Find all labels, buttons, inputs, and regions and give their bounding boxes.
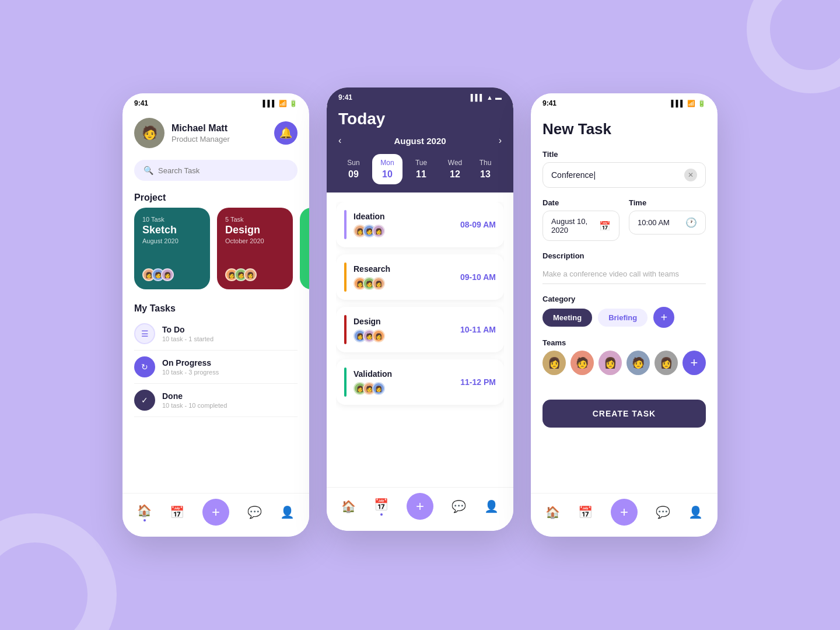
validation-name: Validation [354, 369, 460, 379]
search-bar[interactable]: 🔍 [134, 160, 298, 181]
task-done[interactable]: ✓ Done 10 task - 10 completed [134, 384, 298, 417]
schedule-research[interactable]: Research 👩 🧑 👩 09-10 AM [336, 254, 504, 300]
task-todo[interactable]: ☰ To Do 10 task - 1 started [134, 317, 298, 351]
status-icons-3: ▌▌▌ 📶 🔋 [671, 100, 706, 107]
bottom-nav-2: 🏠 📅 + 💬 👤 [327, 487, 513, 531]
nav-profile-3[interactable]: 👤 [688, 505, 703, 519]
day-wed[interactable]: Wed 12 [440, 154, 470, 184]
design-task-count: 5 Task [225, 216, 285, 223]
team-avatar-3[interactable]: 👩 [598, 351, 622, 375]
nav-chat-3[interactable]: 💬 [656, 505, 670, 519]
day-num-mon: 10 [382, 169, 393, 180]
nav-home-2[interactable]: 🏠 [341, 499, 356, 513]
teams-group: Teams 👩 🧑 👩 🧑 👩 + [542, 338, 706, 375]
day-num-thu: 13 [480, 169, 491, 180]
day-sun[interactable]: Sun 09 [338, 154, 369, 184]
project-design[interactable]: 5 Task Design October 2020 👩 🧑 👩 [217, 208, 293, 289]
nav-chat-1[interactable]: 💬 [247, 505, 262, 519]
chip-meeting[interactable]: Meeting [542, 309, 592, 327]
my-tasks-section: My Tasks ☰ To Do 10 task - 1 started ↻ O… [123, 289, 309, 417]
research-bar [344, 262, 346, 292]
category-group: Category Meeting Briefing + [542, 295, 706, 328]
title-clear-button[interactable]: ✕ [684, 169, 697, 181]
clock-icon: 🕐 [685, 217, 697, 228]
battery-icon-2: ▬ [495, 94, 502, 101]
project-other[interactable] [300, 208, 309, 289]
calendar-icon-1: 📅 [170, 505, 184, 519]
nav-add-2[interactable]: + [407, 493, 433, 520]
time-group: Time 10:00 AM 🕐 [629, 198, 706, 241]
category-label: Category [542, 295, 706, 303]
day-num-tue: 11 [416, 169, 426, 180]
date-input[interactable]: August 10, 2020 📅 [542, 211, 620, 241]
signal-icon-2: ▌▌▌ [471, 94, 484, 101]
day-num-wed: 12 [450, 169, 460, 180]
user-role: Product Manager [172, 135, 274, 144]
nav-add-1[interactable]: + [202, 499, 229, 526]
add-category-button[interactable]: + [653, 307, 674, 328]
prev-month-button[interactable]: ‹ [338, 135, 341, 146]
team-avatar-2[interactable]: 🧑 [570, 351, 594, 375]
team-avatar-4[interactable]: 🧑 [626, 351, 650, 375]
nav-calendar-1[interactable]: 📅 [170, 505, 184, 519]
nav-profile-1[interactable]: 👤 [280, 505, 295, 519]
notification-bell-button[interactable]: 🔔 [274, 121, 298, 145]
title-group: Title Conference| ✕ [542, 150, 706, 188]
task-progress[interactable]: ↻ On Progress 10 task - 3 progress [134, 351, 298, 384]
nav-home-3[interactable]: 🏠 [545, 505, 560, 519]
research-avatar-3: 👩 [372, 277, 385, 290]
bg-circle-bl [0, 513, 117, 630]
schedule-ideation[interactable]: Ideation 👩 🧑 👩 08-09 AM [336, 202, 504, 247]
battery-icon-3: 🔋 [698, 100, 706, 107]
status-bar-2: 9:41 ▌▌▌ ▲ ▬ [327, 88, 513, 105]
bg-circle-tr [747, 0, 840, 93]
category-chips: Meeting Briefing + [542, 307, 706, 328]
day-name-tue: Tue [415, 159, 427, 167]
nav-add-3[interactable]: + [611, 499, 638, 526]
team-avatar-1[interactable]: 👩 [542, 351, 566, 375]
nav-chat-2[interactable]: 💬 [452, 499, 466, 513]
task-todo-info: To Do 10 task - 1 started [162, 325, 214, 342]
project-sketch[interactable]: 10 Task Sketch August 2020 👩 🧑 👩 [134, 208, 210, 289]
day-tue[interactable]: Tue 11 [406, 154, 436, 184]
day-name-thu: Thu [480, 159, 492, 167]
home-icon-2: 🏠 [341, 499, 356, 513]
title-label: Title [542, 150, 706, 159]
calendar-icon-3b: 📅 [578, 505, 593, 519]
day-num-sun: 09 [348, 169, 359, 180]
day-name-mon: Mon [380, 159, 394, 167]
ideation-time: 08-09 AM [460, 220, 496, 229]
teams-label: Teams [542, 338, 706, 347]
nav-home-1[interactable]: 🏠 [137, 503, 152, 522]
day-mon[interactable]: Mon 10 [372, 154, 402, 184]
title-input-wrap[interactable]: Conference| ✕ [542, 162, 706, 188]
nav-profile-2[interactable]: 👤 [484, 499, 499, 513]
time-input[interactable]: 10:00 AM 🕐 [629, 211, 706, 235]
description-input[interactable]: Make a conference video call with teams [542, 264, 706, 284]
day-thu[interactable]: Thu 13 [474, 154, 497, 184]
wifi-icon: 📶 [279, 100, 287, 107]
design-avatars: 👩 🧑 👩 [225, 268, 285, 281]
progress-sub: 10 task - 3 progress [162, 369, 219, 376]
create-task-button[interactable]: CREATE TASK [542, 400, 706, 428]
teams-row: 👩 🧑 👩 🧑 👩 + [542, 351, 706, 375]
schedule-validation[interactable]: Validation 👩 🧑 👩 11-12 PM [336, 359, 504, 405]
design-time: 10-11 AM [460, 325, 496, 334]
user-name: Michael Matt [172, 123, 274, 134]
time-label: Time [629, 198, 706, 207]
date-time-row: Date August 10, 2020 📅 Time 10:00 AM 🕐 [542, 198, 706, 251]
add-team-member-button[interactable]: + [682, 351, 706, 375]
today-title: Today [338, 110, 502, 128]
todo-sub: 10 task - 1 started [162, 335, 214, 342]
nav-calendar-2[interactable]: 📅 [374, 498, 388, 516]
schedule-design[interactable]: Design 👩 🧑 👩 10-11 AM [336, 307, 504, 352]
home-icon-3: 🏠 [545, 505, 560, 519]
search-input[interactable] [158, 166, 288, 175]
ideation-info: Ideation 👩 🧑 👩 [354, 212, 460, 237]
nav-calendar-3[interactable]: 📅 [578, 505, 593, 519]
day-name-sun: Sun [347, 159, 359, 167]
schedule-list: Ideation 👩 🧑 👩 08-09 AM Research 👩 🧑 [336, 202, 504, 519]
next-month-button[interactable]: › [499, 135, 502, 146]
team-avatar-5[interactable]: 👩 [654, 351, 678, 375]
chip-briefing[interactable]: Briefing [598, 309, 648, 327]
